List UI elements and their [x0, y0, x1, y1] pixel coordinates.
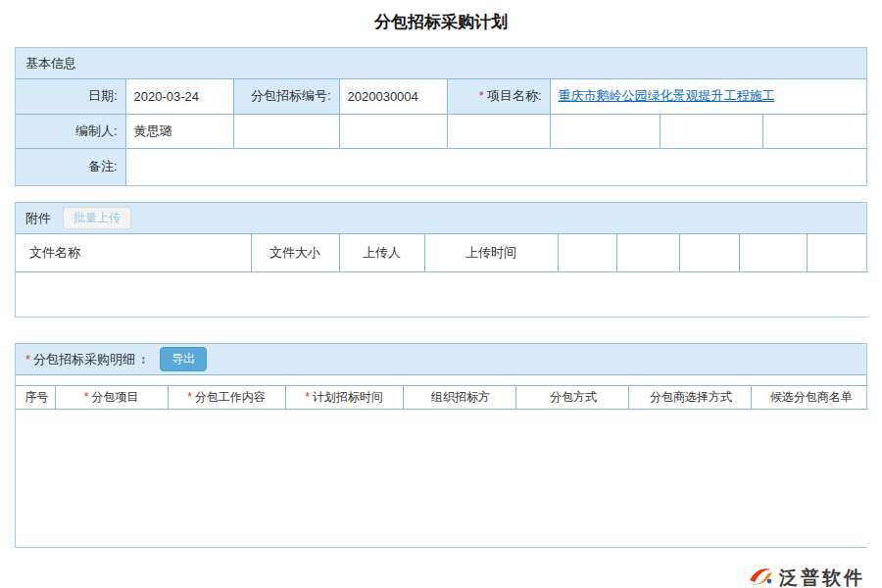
attachments-table: 文件名称 文件大小 上传人 上传时间 [16, 234, 868, 317]
column-header-empty [739, 234, 807, 271]
attachments-header-row: 文件名称 文件大小 上传人 上传时间 [16, 234, 868, 271]
page-title: 分包招标采购计划 [15, 0, 867, 47]
empty-cell [16, 271, 868, 317]
details-header-row: 序号 *分包项目 *分包工作内容 *计划招标时间 组织招标方 分包方式 分包商选… [16, 386, 868, 410]
sort-icon[interactable]: ↕ [140, 353, 146, 367]
details-header: * 分包招标采购明细 ↕ 导出 [16, 344, 866, 375]
column-header-seq: 序号 [16, 386, 55, 410]
column-header-uploader: 上传人 [339, 234, 424, 271]
column-header-empty [616, 234, 679, 271]
date-value: 2020-03-24 [125, 79, 233, 114]
column-header-candidate-list: 候选分包商名单 [751, 386, 868, 410]
column-header-work-content: *分包工作内容 [168, 386, 285, 410]
page: 分包招标采购计划 基本信息 日期: 2020-03-24 分包招标编号: 202… [0, 0, 882, 588]
basic-info-section: 基本信息 日期: 2020-03-24 分包招标编号: 2020030004 *… [15, 47, 867, 186]
basic-info-table: 日期: 2020-03-24 分包招标编号: 2020030004 *项目名称:… [16, 79, 868, 185]
brand-name: 泛普软件 [779, 565, 865, 588]
column-header-empty [558, 234, 616, 271]
column-header-subcontract-method: 分包方式 [515, 386, 628, 410]
table-row: 日期: 2020-03-24 分包招标编号: 2020030004 *项目名称:… [16, 79, 868, 114]
attachments-section: 附件 批量上传 文件名称 文件大小 上传人 上传时间 [15, 202, 867, 318]
attachments-header-label: 附件 [25, 210, 51, 227]
empty-cell [233, 114, 339, 148]
attachments-header: 附件 批量上传 [16, 203, 866, 234]
date-label: 日期: [16, 79, 125, 114]
project-name-link[interactable]: 重庆市鹅岭公园绿化景观提升工程施工 [559, 88, 775, 103]
remark-value [125, 148, 868, 185]
attachments-empty-body [16, 271, 868, 317]
batch-upload-button[interactable]: 批量上传 [63, 207, 131, 229]
compiler-value: 黄思璐 [125, 114, 233, 148]
remark-label: 备注: [16, 148, 125, 185]
details-header-label: 分包招标采购明细 [33, 351, 135, 368]
empty-cell [339, 114, 447, 148]
details-section: * 分包招标采购明细 ↕ 导出 序号 *分包项目 *分包工作内容 *计划招标时间… [15, 343, 867, 548]
project-name-label: *项目名称: [447, 79, 550, 114]
column-header-selection-method: 分包商选择方式 [628, 386, 751, 410]
required-mark: * [25, 352, 30, 367]
table-row: 编制人: 黄思璐 [16, 114, 868, 148]
compiler-label: 编制人: [16, 114, 125, 148]
basic-info-header-label: 基本信息 [25, 55, 76, 73]
details-empty-body [16, 410, 868, 547]
column-header-upload-time: 上传时间 [424, 234, 558, 271]
column-header-file-name: 文件名称 [16, 234, 251, 271]
empty-cell [550, 114, 660, 148]
spacer [16, 375, 866, 385]
empty-cell [447, 114, 550, 148]
column-header-subcontract-item: *分包项目 [55, 386, 168, 410]
basic-info-header: 基本信息 [16, 48, 866, 79]
bid-number-label: 分包招标编号: [233, 79, 339, 114]
bid-number-value: 2020030004 [339, 79, 447, 114]
column-header-empty [679, 234, 739, 271]
required-mark: * [479, 88, 484, 103]
column-header-planned-bid-time: *计划招标时间 [285, 386, 403, 410]
footer: 泛普软件 www.fanpusoft.com [15, 564, 867, 588]
empty-cell [762, 114, 868, 148]
column-header-organizer: 组织招标方 [403, 386, 515, 410]
export-button[interactable]: 导出 [160, 347, 207, 371]
table-row: 备注: [16, 148, 868, 185]
column-header-empty [807, 234, 868, 271]
empty-cell [16, 410, 868, 547]
details-table: 序号 *分包项目 *分包工作内容 *计划招标时间 组织招标方 分包方式 分包商选… [16, 385, 868, 547]
fanpu-logo-icon [747, 564, 774, 588]
empty-cell [660, 114, 762, 148]
column-header-file-size: 文件大小 [251, 234, 339, 271]
project-name-cell: 重庆市鹅岭公园绿化景观提升工程施工 [550, 79, 868, 114]
